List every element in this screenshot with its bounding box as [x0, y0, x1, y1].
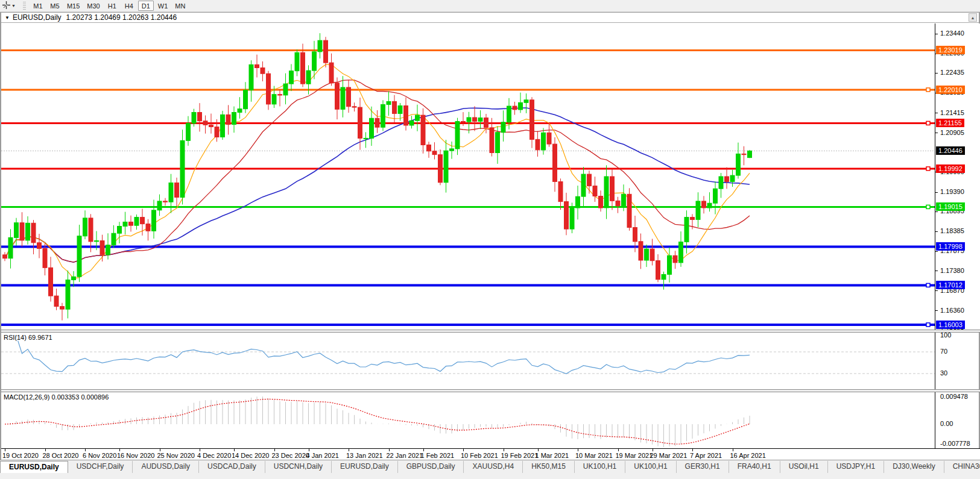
- time-tick-mark: [309, 449, 309, 451]
- time-tick-label: 10 Feb 2021: [461, 452, 498, 459]
- crosshair-icon: [2, 1, 10, 11]
- timeframe-button-h4[interactable]: H4: [121, 1, 137, 11]
- macd-pane[interactable]: MACD(12,26,9) 0.003353 0.000896: [1, 392, 935, 448]
- chart-tab-usoil-h1[interactable]: USOil,H1: [780, 461, 828, 473]
- price-level-badge: 1.22010: [936, 86, 965, 94]
- price-tick-mark: [935, 290, 938, 291]
- chart-tab-china300-h1[interactable]: CHINA300,H1: [944, 461, 980, 473]
- chart-tab-usdcad-daily[interactable]: USDCAD,Daily: [199, 461, 265, 473]
- chart-title-symbol: EURUSD,Daily: [13, 13, 62, 22]
- time-tick-mark: [200, 449, 200, 451]
- price-tick-mark: [935, 310, 938, 311]
- macd-label: MACD(12,26,9) 0.003353 0.000896: [4, 393, 109, 401]
- time-tick-label: 10 Mar 2021: [575, 452, 613, 459]
- timeframe-button-m30[interactable]: M30: [84, 1, 103, 11]
- chart-tab-eurusd-daily[interactable]: EURUSD,Daily: [332, 461, 398, 473]
- price-level-badge: 1.19015: [936, 202, 965, 211]
- chart-tab-xauusd-h4[interactable]: XAUUSD,H4: [464, 461, 523, 473]
- chart-title-bar: ▼ EURUSD,Daily 1.20273 1.20469 1.20263 1…: [1, 13, 979, 23]
- time-tick-mark: [653, 449, 653, 451]
- time-tick-mark: [160, 449, 160, 451]
- price-tick-mark: [935, 192, 938, 193]
- price-tick-label: 1.19390: [940, 188, 964, 195]
- chart-menu-icon[interactable]: ▼: [5, 15, 10, 20]
- macd-tick-label: 0.00: [940, 420, 953, 427]
- time-tick-mark: [504, 449, 504, 451]
- price-tick-mark: [935, 231, 938, 232]
- time-tick-label: 25 Nov 2020: [157, 452, 195, 459]
- time-tick-label: 4 Dec 2020: [197, 452, 231, 459]
- chart-tab-usdjpy-h1[interactable]: USDJPY,H1: [828, 461, 884, 473]
- chart-window: ▼ EURUSD,Daily 1.20273 1.20469 1.20263 1…: [0, 12, 980, 460]
- time-tick-label: 4 Jan 2021: [306, 452, 339, 459]
- price-tick-mark: [935, 251, 938, 252]
- price-level-badge: 1.20446: [936, 146, 965, 155]
- timeframe-button-d1[interactable]: D1: [138, 1, 154, 11]
- chart-tab-gbpusd-daily[interactable]: GBPUSD,Daily: [398, 461, 464, 473]
- price-tick-label: 1.20905: [940, 129, 964, 136]
- time-tick-label: 19 Oct 2020: [2, 452, 39, 459]
- timeframe-button-mn[interactable]: MN: [172, 1, 188, 11]
- price-tick-mark: [935, 271, 938, 271]
- time-tick-label: 1 Mar 2021: [536, 452, 569, 459]
- price-level-badge: 1.19992: [936, 164, 965, 173]
- crosshair-tool-button[interactable]: ▼: [0, 1, 18, 11]
- price-tick-label: 1.22435: [940, 69, 964, 76]
- price-tick-mark: [935, 73, 938, 74]
- time-tick-mark: [349, 449, 349, 451]
- toolbar-grip[interactable]: [23, 2, 26, 10]
- chart-scroll-up-button[interactable]: ▲: [969, 13, 977, 22]
- chart-tab-usdcnh-daily[interactable]: USDCNH,Daily: [265, 461, 332, 473]
- chart-tab-uk100-h1[interactable]: UK100,H1: [575, 461, 625, 473]
- chart-tab-usdchf-daily[interactable]: USDCHF,Daily: [68, 461, 133, 473]
- chart-tab-audusd-daily[interactable]: AUDUSD,Daily: [133, 461, 199, 473]
- top-toolbar: ▼ M1M5M15M30H1H4D1W1MN: [0, 0, 980, 12]
- timeframe-button-m5[interactable]: M5: [47, 1, 63, 11]
- rsi-pane[interactable]: RSI(14) 69.9671: [1, 333, 935, 389]
- price-tick-label: 1.17380: [940, 267, 964, 274]
- chart-tab-fra40-h1[interactable]: FRA40,H1: [729, 461, 780, 473]
- timeframe-button-m1[interactable]: M1: [30, 1, 46, 11]
- chart-tab-eurusd-daily[interactable]: EURUSD,Daily: [0, 461, 68, 473]
- time-tick-label: 19 Feb 2021: [501, 452, 539, 459]
- macd-axis[interactable]: 0.0094780.00-0.007778: [935, 392, 980, 448]
- time-tick-label: 19 Mar 2021: [616, 452, 653, 459]
- price-tick-mark: [935, 113, 938, 113]
- time-tick-mark: [119, 449, 120, 451]
- time-tick-label: 28 Oct 2020: [43, 452, 79, 459]
- rsi-label: RSI(14) 69.9671: [4, 334, 52, 341]
- chevron-down-icon: ▼: [11, 4, 16, 8]
- chart-tab-ger30-h1[interactable]: GER30,H1: [677, 461, 729, 473]
- time-tick-label: 22 Jan 2021: [387, 452, 423, 459]
- timeframe-button-m15[interactable]: M15: [64, 1, 83, 11]
- time-axis[interactable]: 19 Oct 202028 Oct 20206 Nov 202016 Nov 2…: [1, 448, 980, 460]
- time-tick-mark: [578, 449, 578, 451]
- price-level-badge: 1.17012: [936, 281, 965, 289]
- time-tick-label: 7 Apr 2021: [690, 452, 722, 459]
- price-tick-label: 1.23440: [940, 30, 964, 37]
- chart-tab-hk50-m15[interactable]: HK50,M15: [523, 461, 575, 473]
- macd-tick-label: 0.009478: [940, 393, 968, 400]
- timeframe-button-w1[interactable]: W1: [155, 1, 171, 11]
- time-tick-mark: [463, 449, 464, 451]
- time-tick-label: 13 Jan 2021: [346, 452, 383, 459]
- timeframe-button-h1[interactable]: H1: [104, 1, 120, 11]
- rsi-tick-label: 30: [940, 369, 947, 377]
- rsi-tick-label: 70: [940, 348, 947, 355]
- chart-tab-bar: EURUSD,DailyUSDCHF,DailyAUDUSD,DailyUSDC…: [0, 460, 980, 473]
- time-tick-label: 14 Dec 2020: [232, 452, 269, 459]
- time-tick-label: 23 Dec 2020: [272, 452, 309, 459]
- time-tick-mark: [5, 449, 5, 451]
- price-axis[interactable]: 1.234401.229301.224351.219251.214151.209…: [935, 23, 980, 330]
- chart-tab-uk100-h1[interactable]: UK100,H1: [625, 461, 676, 473]
- time-tick-mark: [274, 449, 275, 451]
- time-tick-mark: [733, 449, 733, 451]
- rsi-axis[interactable]: 1007030: [935, 333, 980, 389]
- time-tick-mark: [618, 449, 619, 451]
- chart-tab-dj30-weekly[interactable]: DJ30,Weekly: [884, 461, 944, 473]
- timeframe-buttons: M1M5M15M30H1H4D1W1MN: [30, 1, 189, 11]
- time-tick-mark: [692, 449, 693, 451]
- time-tick-mark: [45, 449, 46, 451]
- rsi-tick-label: 100: [940, 331, 951, 339]
- candlestick-plot[interactable]: [1, 23, 935, 330]
